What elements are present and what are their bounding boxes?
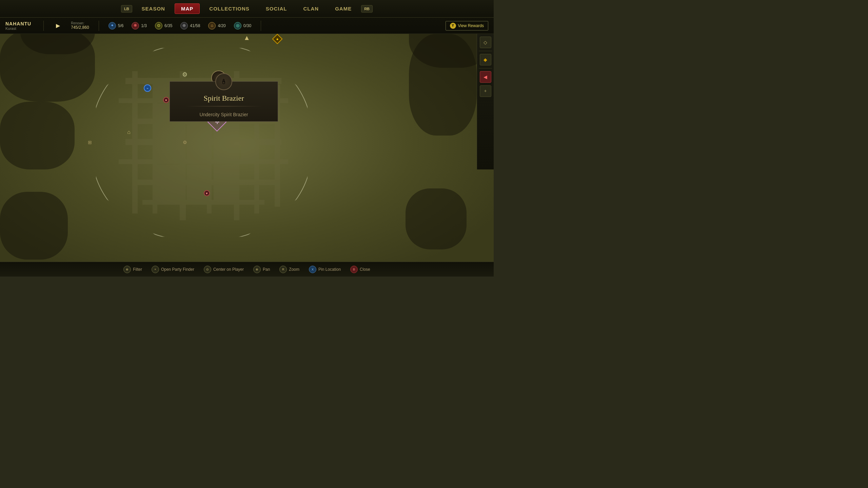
stat-value-gray: 41/58 — [190, 23, 200, 28]
center-player-icon[interactable]: ⊙ — [204, 266, 211, 273]
map-icon-diamond-top[interactable]: ◆ — [274, 35, 281, 43]
svg-rect-26 — [214, 144, 234, 159]
stat-value-red: 1/3 — [141, 23, 147, 28]
terrain-blob — [0, 102, 75, 169]
divider — [43, 21, 44, 31]
svg-rect-7 — [132, 71, 138, 214]
svg-rect-30 — [214, 164, 234, 180]
sidebar-divider — [479, 68, 492, 68]
stat-value-teal: 0/30 — [243, 23, 251, 28]
svg-rect-25 — [186, 144, 207, 159]
nav-item-season[interactable]: SEASON — [135, 3, 172, 14]
map-icon-dungeon[interactable]: ⚙ — [182, 71, 188, 78]
stat-value-yellow: 6/35 — [164, 23, 172, 28]
close-label: Close — [360, 267, 370, 272]
zoom-label: Zoom — [289, 267, 299, 272]
nav-item-game[interactable]: GAME — [328, 3, 358, 14]
filter-icon[interactable]: ⊕ — [123, 266, 131, 273]
region-info: NAHANTU Kurast — [5, 21, 31, 30]
close-icon[interactable]: B — [350, 266, 358, 273]
stat-blue: ✦ 5/6 — [108, 22, 124, 29]
pin-location-icon[interactable]: X — [309, 266, 316, 273]
north-indicator: ▲ — [243, 34, 250, 42]
stat-icon-yellow: ⊙ — [155, 22, 162, 29]
sidebar-right: ◇ ◆ ◀ + — [477, 34, 494, 169]
bottom-controls-bar: ⊕ Filter + Open Party Finder ⊙ Center on… — [0, 262, 494, 277]
party-finder-icon[interactable]: + — [152, 266, 159, 273]
terrain-blob — [0, 192, 68, 260]
svg-rect-24 — [153, 144, 180, 159]
renown-value: 745/2,860 — [71, 25, 89, 30]
stat-icon-red: ❋ — [132, 22, 139, 29]
pan-icon[interactable]: ⊕ — [253, 266, 261, 273]
pan-control: ⊕ Pan — [253, 266, 270, 273]
stat-icon-blue: ✦ — [108, 22, 116, 29]
map-icon-heart[interactable]: ♥ — [204, 190, 210, 196]
compass-button[interactable]: ◇ — [480, 37, 491, 48]
y-controller-icon: Y — [450, 23, 456, 29]
svg-rect-27 — [241, 144, 254, 159]
nav-item-map[interactable]: MAP — [175, 3, 200, 14]
renown-bar: NAHANTU Kurast ▶ Renown: 745/2,860 ✦ 5/6… — [0, 18, 494, 34]
stat-icon-teal: ◎ — [234, 22, 241, 29]
tooltip-divider — [185, 106, 263, 106]
stat-red: ❋ 1/3 — [132, 22, 147, 29]
map-icon-gate[interactable]: ⊞ — [88, 140, 92, 145]
map-icon-town[interactable]: ⌂ — [127, 129, 131, 135]
region-name: NAHANTU — [5, 21, 31, 26]
tooltip-subtitle: Undercity Spirit Brazier — [170, 109, 278, 121]
pin-location-control: X Pin Location — [309, 266, 341, 273]
svg-rect-4 — [119, 159, 288, 164]
svg-rect-6 — [142, 200, 264, 205]
map-icon-gear[interactable]: ⚙ — [183, 140, 187, 145]
svg-rect-28 — [153, 164, 180, 180]
view-rewards-button[interactable]: Y View Rewards — [446, 21, 488, 30]
svg-rect-22 — [186, 124, 207, 139]
stat-yellow: ⊙ 6/35 — [155, 22, 172, 29]
center-player-label: Center on Player — [213, 267, 244, 272]
renown-info: Renown: 745/2,860 — [71, 21, 89, 30]
divider — [99, 21, 99, 31]
filter-label: Filter — [133, 267, 142, 272]
stat-gray: ⊕ 41/58 — [180, 22, 200, 29]
stat-icon-gray: ⊕ — [180, 22, 188, 29]
top-navigation: LB SEASON MAP COLLECTIONS SOCIAL CLAN GA… — [0, 0, 494, 18]
stat-teal: ◎ 0/30 — [234, 22, 251, 29]
pin-location-label: Pin Location — [318, 267, 341, 272]
view-rewards-label: View Rewards — [458, 23, 484, 28]
zoom-icon[interactable]: R — [279, 266, 287, 273]
sidebar-divider — [479, 51, 492, 51]
terrain-blob — [406, 188, 467, 249]
divider — [261, 21, 261, 31]
nav-item-collections[interactable]: COLLECTIONS — [202, 3, 256, 14]
tooltip-header: 🕯 Spirit Brazier — [170, 82, 278, 109]
map-nav-diamond[interactable]: ◆ — [480, 54, 491, 65]
stat-icon-gold: ⌂ — [208, 22, 216, 29]
close-control: B Close — [350, 266, 370, 273]
zoom-plus-button[interactable]: + — [480, 85, 491, 97]
tooltip-icon: 🕯 — [215, 73, 232, 90]
party-finder-label: Open Party Finder — [161, 267, 194, 272]
svg-rect-29 — [186, 164, 207, 180]
zoom-control: R Zoom — [279, 266, 299, 273]
svg-rect-33 — [214, 185, 234, 200]
lb-button[interactable]: LB — [121, 5, 132, 13]
city-streets — [98, 51, 309, 230]
filter-control: ⊕ Filter — [123, 266, 142, 273]
svg-rect-21 — [153, 124, 180, 139]
rb-button[interactable]: RB — [361, 5, 373, 13]
map-icon-shrine[interactable]: ♥ — [163, 97, 169, 103]
red-nav-button[interactable]: ◀ — [480, 71, 491, 83]
sub-region-name: Kurast — [5, 26, 31, 30]
stat-value-gold: 4/20 — [218, 23, 225, 28]
pan-label: Pan — [263, 267, 270, 272]
map-icon-waypoint[interactable]: ⌁ — [144, 84, 151, 92]
renown-label: Renown: — [71, 21, 89, 25]
svg-rect-31 — [153, 185, 180, 200]
nav-item-clan[interactable]: CLAN — [296, 3, 326, 14]
stat-gold: ⌂ 4/20 — [208, 22, 225, 29]
renown-arrow: ▶ — [56, 22, 60, 29]
nav-item-social[interactable]: SOCIAL — [259, 3, 294, 14]
party-finder-control: + Open Party Finder — [152, 266, 194, 273]
location-tooltip: 🕯 Spirit Brazier Undercity Spirit Brazie… — [170, 81, 278, 122]
